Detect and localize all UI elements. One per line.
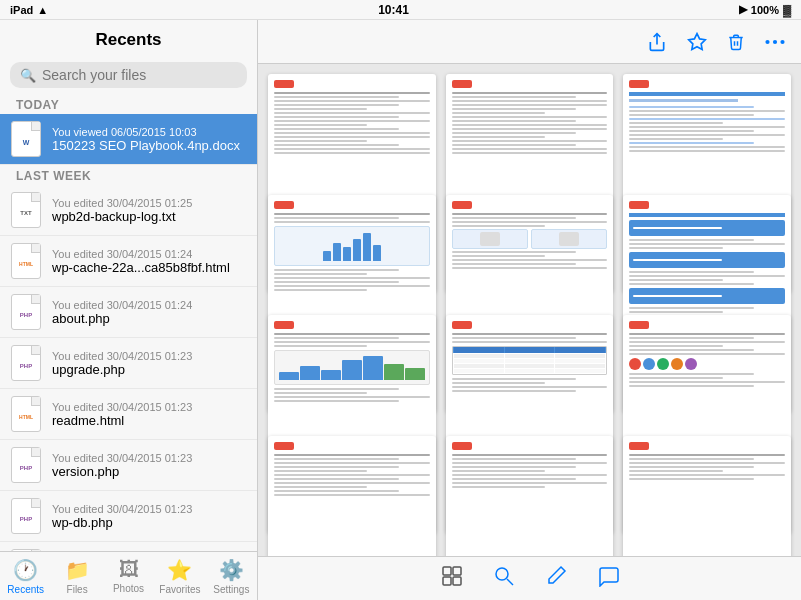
signal-icon: ▶ xyxy=(739,3,747,16)
tab-photos-label: Photos xyxy=(113,583,144,594)
file-info: You edited 30/04/2015 01:24 about.php xyxy=(52,299,247,326)
list-item[interactable]: HTML You edited 30/04/2015 01:22 wp-cach… xyxy=(0,542,257,551)
list-item[interactable]: HTML You edited 30/04/2015 01:23 readme.… xyxy=(0,389,257,440)
svg-point-4 xyxy=(780,39,784,43)
search-input[interactable] xyxy=(42,67,237,83)
tab-files[interactable]: 📁 Files xyxy=(51,554,102,599)
svg-point-2 xyxy=(765,39,769,43)
tab-recents-label: Recents xyxy=(7,584,44,595)
status-left: iPad ▲ xyxy=(10,4,48,16)
svg-rect-7 xyxy=(443,577,451,585)
sidebar-header: Recents xyxy=(0,20,257,56)
right-panel: 37 xyxy=(258,20,801,600)
svg-line-10 xyxy=(507,579,513,585)
file-list: TODAY W You viewed 06/05/2015 10:03 1502… xyxy=(0,94,257,551)
favorites-icon: ⭐ xyxy=(167,558,192,582)
list-item[interactable]: PHP You edited 30/04/2015 01:23 wp-db.ph… xyxy=(0,491,257,542)
file-name: wp-db.php xyxy=(52,515,247,530)
file-info: You edited 30/04/2015 01:24 wp-cache-22a… xyxy=(52,248,247,275)
comment-button[interactable] xyxy=(597,565,619,592)
list-item[interactable]: PHP You edited 30/04/2015 01:23 upgrade.… xyxy=(0,338,257,389)
file-name: readme.html xyxy=(52,413,247,428)
svg-marker-1 xyxy=(689,33,706,49)
battery-icon: ▓ xyxy=(783,4,791,16)
file-meta: You edited 30/04/2015 01:23 xyxy=(52,401,247,413)
file-info: You viewed 06/05/2015 10:03 150223 SEO P… xyxy=(52,126,247,153)
file-name: 150223 SEO Playbook.4np.docx xyxy=(52,138,247,153)
file-icon-php4: PHP xyxy=(10,497,42,535)
sidebar: Recents 🔍 TODAY W You viewed 06/05/2015 … xyxy=(0,20,258,600)
more-button[interactable] xyxy=(765,39,785,45)
tab-favorites-label: Favorites xyxy=(159,584,200,595)
file-icon-html: HTML xyxy=(10,242,42,280)
file-icon-docx: W xyxy=(10,120,42,158)
wifi-icon: ▲ xyxy=(37,4,48,16)
file-info: You edited 30/04/2015 01:23 upgrade.php xyxy=(52,350,247,377)
file-name: version.php xyxy=(52,464,247,479)
file-info: You edited 30/04/2015 01:25 wpb2d-backup… xyxy=(52,197,247,224)
status-right: ▶ 100% ▓ xyxy=(739,3,791,16)
svg-point-9 xyxy=(496,568,508,580)
search-bar[interactable]: 🔍 xyxy=(0,56,257,94)
sidebar-title: Recents xyxy=(95,30,161,49)
page-47[interactable]: 47 xyxy=(446,436,614,557)
list-item[interactable]: TXT You edited 30/04/2015 01:25 wpb2d-ba… xyxy=(0,185,257,236)
file-meta: You edited 30/04/2015 01:23 xyxy=(52,452,247,464)
section-today: TODAY xyxy=(0,94,257,114)
tab-favorites[interactable]: ⭐ Favorites xyxy=(154,554,205,599)
list-item[interactable]: PHP You edited 30/04/2015 01:24 about.ph… xyxy=(0,287,257,338)
search-input-wrap[interactable]: 🔍 xyxy=(10,62,247,88)
file-meta: You viewed 06/05/2015 10:03 xyxy=(52,126,247,138)
file-name: upgrade.php xyxy=(52,362,247,377)
status-bar: iPad ▲ 10:41 ▶ 100% ▓ xyxy=(0,0,801,20)
file-name: wp-cache-22a...ca85b8fbf.html xyxy=(52,260,247,275)
file-icon-php3: PHP xyxy=(10,446,42,484)
photos-icon: 🖼 xyxy=(119,558,139,581)
tab-settings[interactable]: ⚙️ Settings xyxy=(206,554,257,599)
file-icon-php2: PHP xyxy=(10,344,42,382)
page-48[interactable]: 48 xyxy=(623,436,791,557)
bottom-tools xyxy=(258,556,801,600)
search-content-button[interactable] xyxy=(493,565,515,592)
page-46[interactable]: 46 xyxy=(268,436,436,557)
file-meta: You edited 30/04/2015 01:23 xyxy=(52,503,247,515)
pages-grid: 37 xyxy=(258,64,801,556)
file-icon-txt: TXT xyxy=(10,191,42,229)
file-meta: You edited 30/04/2015 01:25 xyxy=(52,197,247,209)
svg-point-3 xyxy=(773,39,777,43)
svg-rect-8 xyxy=(453,577,461,585)
file-info: You edited 30/04/2015 01:23 version.php xyxy=(52,452,247,479)
svg-rect-6 xyxy=(453,567,461,575)
battery-label: 100% xyxy=(751,4,779,16)
tab-settings-label: Settings xyxy=(213,584,249,595)
search-icon: 🔍 xyxy=(20,68,36,83)
content-toolbar xyxy=(258,20,801,64)
trash-button[interactable] xyxy=(727,32,745,52)
file-info: You edited 30/04/2015 01:23 readme.html xyxy=(52,401,247,428)
file-icon-html2: HTML xyxy=(10,395,42,433)
list-item[interactable]: PHP You edited 30/04/2015 01:23 version.… xyxy=(0,440,257,491)
main-layout: Recents 🔍 TODAY W You viewed 06/05/2015 … xyxy=(0,20,801,600)
status-time: 10:41 xyxy=(378,3,409,17)
tab-bar: 🕐 Recents 📁 Files 🖼 Photos ⭐ Favorites ⚙… xyxy=(0,551,257,600)
list-item[interactable]: HTML You edited 30/04/2015 01:24 wp-cach… xyxy=(0,236,257,287)
file-name: about.php xyxy=(52,311,247,326)
file-icon-php: PHP xyxy=(10,293,42,331)
file-meta: You edited 30/04/2015 01:24 xyxy=(52,248,247,260)
file-icon-html3: HTML xyxy=(10,548,42,551)
tab-files-label: Files xyxy=(67,584,88,595)
section-lastweek: LAST WEEK xyxy=(0,165,257,185)
file-meta: You edited 30/04/2015 01:24 xyxy=(52,299,247,311)
tab-photos[interactable]: 🖼 Photos xyxy=(103,554,154,598)
file-name: wpb2d-backup-log.txt xyxy=(52,209,247,224)
file-item-active[interactable]: W You viewed 06/05/2015 10:03 150223 SEO… xyxy=(0,114,257,165)
share-button[interactable] xyxy=(647,32,667,52)
grid-view-button[interactable] xyxy=(441,565,463,592)
carrier-label: iPad xyxy=(10,4,33,16)
svg-rect-5 xyxy=(443,567,451,575)
edit-button[interactable] xyxy=(545,565,567,592)
recents-icon: 🕐 xyxy=(13,558,38,582)
tab-recents[interactable]: 🕐 Recents xyxy=(0,554,51,599)
star-button[interactable] xyxy=(687,32,707,52)
file-meta: You edited 30/04/2015 01:23 xyxy=(52,350,247,362)
